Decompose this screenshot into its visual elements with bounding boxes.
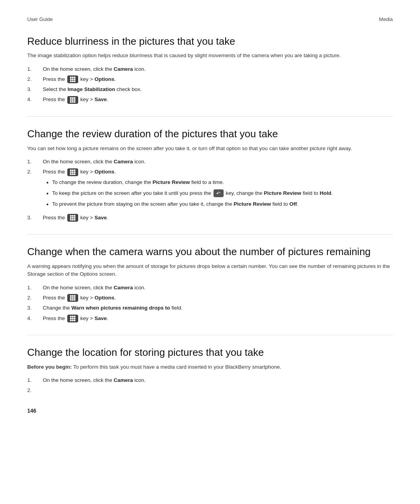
sub-bullets-list: • To change the review duration, change … bbox=[43, 178, 393, 209]
step-content: Press the key > Options. bbox=[43, 294, 393, 302]
key-grid bbox=[70, 77, 75, 82]
section-desc-3: A warning appears notifying you when the… bbox=[27, 262, 393, 278]
before-you-begin-label: Before you begin: bbox=[27, 364, 72, 370]
steps-list-3: 1. On the home screen, click the Camera … bbox=[27, 284, 393, 322]
menu-key-icon bbox=[67, 168, 78, 176]
divider-3 bbox=[27, 335, 393, 335]
steps-list-1: 1. On the home screen, click the Camera … bbox=[27, 65, 393, 104]
bullet-content: To keep the picture on the screen after … bbox=[52, 189, 393, 197]
sub-bullet-1: • To change the review duration, change … bbox=[43, 178, 393, 187]
bullet-dot: • bbox=[43, 189, 52, 198]
step-num: 2. bbox=[27, 168, 43, 176]
step-1-3: 3. Select the Image Stabilization check … bbox=[27, 86, 393, 93]
section-reduce-blurriness: Reduce blurriness in the pictures that y… bbox=[27, 35, 393, 104]
divider-1 bbox=[27, 116, 393, 117]
step-content: Press the key > Save. bbox=[43, 214, 393, 222]
section-title-1: Reduce blurriness in the pictures that y… bbox=[27, 35, 393, 48]
sub-bullet-3: • To prevent the picture from staying on… bbox=[43, 200, 393, 209]
step-3-3: 3. Change the Warn when pictures remaini… bbox=[27, 304, 393, 312]
step-num: 2. bbox=[27, 294, 43, 302]
section-desc-4: Before you begin: To perform this task y… bbox=[27, 363, 393, 371]
section-title-3: Change when the camera warns you about t… bbox=[27, 245, 393, 259]
section-warn-pictures: Change when the camera warns you about t… bbox=[27, 245, 393, 322]
step-content: Select the Image Stabilization check box… bbox=[43, 86, 393, 93]
step-content: On the home screen, click the Camera ico… bbox=[43, 376, 393, 384]
step-num: 3. bbox=[27, 304, 43, 312]
steps-list-2a: 1. On the home screen, click the Camera … bbox=[27, 158, 393, 212]
step-3-4: 4. Press the key > Save. bbox=[27, 315, 393, 322]
divider-2 bbox=[27, 234, 393, 234]
step-num: 2. bbox=[27, 75, 43, 83]
step-content: Press the key > Save. bbox=[43, 96, 393, 103]
step-num: 1. bbox=[27, 376, 43, 384]
page-header: User Guide Media bbox=[27, 16, 393, 23]
steps-list-4: 1. On the home screen, click the Camera … bbox=[27, 376, 393, 395]
bullet-content: To prevent the picture from staying on t… bbox=[52, 200, 393, 208]
step-num: 4. bbox=[27, 315, 43, 322]
step-content: Press the key > Options. • To change the… bbox=[43, 168, 393, 212]
menu-key-icon bbox=[67, 75, 78, 83]
section-desc-1: The image stabilization option helps red… bbox=[27, 52, 393, 60]
menu-key-icon bbox=[67, 214, 78, 222]
step-num: 3. bbox=[27, 86, 43, 93]
step-num: 2. bbox=[27, 387, 43, 394]
step-1-1: 1. On the home screen, click the Camera … bbox=[27, 65, 393, 73]
section-desc-2: You can set how long a picture remains o… bbox=[27, 145, 393, 152]
bullet-dot: • bbox=[43, 200, 52, 209]
step-content: Press the key > Save. bbox=[43, 315, 393, 322]
step-3-2: 2. Press the key > Options. bbox=[27, 294, 393, 302]
step-2-2: 2. Press the key > Options. • To change … bbox=[27, 168, 393, 212]
menu-key-icon bbox=[67, 96, 78, 104]
step-content: On the home screen, click the Camera ico… bbox=[43, 284, 393, 292]
menu-key-icon bbox=[67, 294, 78, 302]
bullet-content: To change the review duration, change th… bbox=[52, 178, 393, 186]
section-change-location: Change the location for storing pictures… bbox=[27, 346, 393, 395]
page-number: 146 bbox=[27, 407, 393, 415]
step-num: 1. bbox=[27, 284, 43, 292]
header-right: Media bbox=[379, 16, 393, 23]
before-you-begin-text: To perform this task you must have a med… bbox=[72, 364, 282, 370]
step-2-1: 1. On the home screen, click the Camera … bbox=[27, 158, 393, 166]
step-3-1: 1. On the home screen, click the Camera … bbox=[27, 284, 393, 292]
step-4-2: 2. bbox=[27, 387, 393, 394]
menu-key-icon bbox=[67, 315, 78, 322]
step-1-4: 4. Press the key > Save. bbox=[27, 96, 393, 103]
step-num: 4. bbox=[27, 96, 43, 103]
step-content: Press the key > Options. bbox=[43, 75, 393, 83]
step-num: 1. bbox=[27, 65, 43, 73]
bullet-dot: • bbox=[43, 178, 52, 187]
header-left: User Guide bbox=[27, 16, 53, 23]
step-content: Change the Warn when pictures remaining … bbox=[43, 304, 393, 312]
sub-bullet-2: • To keep the picture on the screen afte… bbox=[43, 189, 393, 198]
step-num: 1. bbox=[27, 158, 43, 166]
step-content: On the home screen, click the Camera ico… bbox=[43, 65, 393, 73]
section-title-4: Change the location for storing pictures… bbox=[27, 346, 393, 359]
key-grid bbox=[70, 295, 75, 301]
section-review-duration: Change the review duration of the pictur… bbox=[27, 128, 393, 222]
step-4-1: 1. On the home screen, click the Camera … bbox=[27, 376, 393, 384]
back-key-icon: ↶ bbox=[214, 189, 224, 197]
step-num: 3. bbox=[27, 214, 43, 222]
key-grid bbox=[70, 215, 75, 220]
key-grid bbox=[70, 170, 75, 175]
steps-list-2b: 3. Press the key > Save. bbox=[27, 214, 393, 222]
step-2-3: 3. Press the key > Save. bbox=[27, 214, 393, 222]
key-grid bbox=[70, 97, 75, 103]
key-grid bbox=[70, 316, 75, 321]
step-1-2: 2. Press the key > Options. bbox=[27, 75, 393, 83]
step-content: On the home screen, click the Camera ico… bbox=[43, 158, 393, 166]
section-title-2: Change the review duration of the pictur… bbox=[27, 128, 393, 141]
